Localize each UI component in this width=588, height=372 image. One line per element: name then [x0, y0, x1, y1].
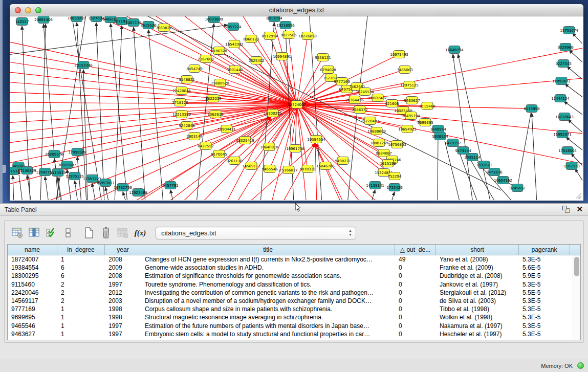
- graph-node[interactable]: 16210643: [555, 113, 574, 121]
- table-cell[interactable]: 0: [395, 297, 436, 305]
- column-header-title[interactable]: title: [141, 245, 395, 255]
- graph-node[interactable]: 18640910: [260, 143, 278, 151]
- table-cell[interactable]: 2: [57, 280, 105, 289]
- graph-node[interactable]: 20206576: [45, 150, 63, 158]
- column-header-short[interactable]: short: [436, 245, 519, 255]
- graph-edge[interactable]: [517, 108, 532, 188]
- table-row[interactable]: 977716911998Corpus callosum shape and si…: [8, 305, 573, 313]
- table-cell[interactable]: 0: [395, 313, 436, 321]
- table-cell[interactable]: 14569117: [8, 297, 57, 305]
- graph-node[interactable]: 7663822: [156, 24, 171, 32]
- graph-node[interactable]: 19218596: [276, 21, 295, 29]
- table-cell[interactable]: 9777169: [8, 305, 57, 313]
- graph-edge[interactable]: [573, 33, 582, 47]
- graph-node[interactable]: 2803144: [186, 133, 203, 140]
- graph-node[interactable]: 2935114: [464, 154, 481, 161]
- graph-node[interactable]: 9498221: [335, 157, 351, 165]
- citation-network-graph[interactable]: 1872400718300295193845541822605898275058…: [10, 16, 582, 200]
- column-header-name[interactable]: name: [8, 245, 57, 255]
- table-cell[interactable]: Structural magnetic resonance image aver…: [141, 313, 395, 321]
- graph-node[interactable]: 14135141: [366, 182, 384, 189]
- table-cell[interactable]: 1997: [105, 330, 141, 338]
- table-cell[interactable]: Disruption of a novel member of a sodium…: [141, 297, 395, 305]
- graph-node[interactable]: 10654162: [494, 177, 512, 184]
- graph-node[interactable]: 20153346: [74, 61, 93, 69]
- table-cell[interactable]: Investigating the contribution of common…: [141, 289, 395, 297]
- network-canvas[interactable]: 1872400718300295193845541822605898275058…: [10, 16, 582, 200]
- graph-node[interactable]: 7986372: [352, 106, 367, 114]
- table-cell[interactable]: 5.3E-5: [519, 313, 570, 321]
- graph-edge[interactable]: [134, 27, 145, 200]
- table-cell[interactable]: 1998: [105, 313, 141, 321]
- graph-node[interactable]: 10994891: [273, 53, 291, 60]
- graph-node[interactable]: 1733426: [386, 184, 403, 191]
- table-cell[interactable]: 9465546: [8, 322, 57, 330]
- table-cell[interactable]: 2012: [105, 289, 141, 297]
- graph-node[interactable]: 12444124: [551, 95, 570, 102]
- graph-node[interactable]: 8186328: [211, 47, 227, 55]
- column-header-pagerank[interactable]: pagerank: [519, 245, 570, 255]
- table-cell[interactable]: Changes of HCN gene expression and I(f) …: [141, 255, 395, 264]
- table-mode-button[interactable]: [10, 226, 25, 240]
- graph-node[interactable]: 1691442: [227, 66, 243, 74]
- table-cell[interactable]: 1997: [105, 322, 141, 330]
- graph-node[interactable]: 10973493: [390, 51, 408, 58]
- memory-indicator[interactable]: [577, 362, 584, 369]
- column-header-out_de[interactable]: △ out_de...: [395, 245, 436, 255]
- graph-node[interactable]: 16961758: [286, 145, 304, 152]
- graph-node[interactable]: 7625402: [248, 57, 264, 64]
- collapsed-panel-handle[interactable]: [3, 165, 6, 173]
- graph-node[interactable]: 15751074: [560, 27, 578, 34]
- graph-edge[interactable]: [297, 47, 582, 104]
- table-cell[interactable]: 9463627: [8, 330, 57, 338]
- delete-columns-button[interactable]: [99, 226, 113, 240]
- graph-node[interactable]: 12975125: [400, 81, 419, 89]
- graph-node[interactable]: 20891406: [34, 16, 53, 24]
- graph-node[interactable]: 22420046: [172, 87, 191, 95]
- show-columns-button[interactable]: [27, 226, 41, 240]
- table-cell[interactable]: 0: [395, 322, 436, 330]
- table-row[interactable]: 946362711997Embryonic stem cells: a mode…: [8, 330, 573, 338]
- graph-node[interactable]: 7615526: [140, 21, 157, 29]
- float-panel-icon[interactable]: [562, 205, 570, 213]
- graph-node[interactable]: 9827505: [280, 31, 296, 39]
- table-cell[interactable]: 2: [57, 289, 105, 297]
- column-header-year[interactable]: year: [105, 245, 141, 255]
- table-cell[interactable]: 49: [395, 255, 436, 264]
- graph-node[interactable]: 9465546: [262, 165, 278, 173]
- table-cell[interactable]: 5.3E-5: [519, 330, 570, 338]
- graph-edge[interactable]: [575, 169, 582, 185]
- table-cell[interactable]: 5.3E-5: [519, 280, 570, 289]
- table-cell[interactable]: 0: [395, 330, 436, 338]
- graph-node[interactable]: 9245652: [509, 184, 525, 192]
- table-cell[interactable]: Tourette syndrome. Phenomenology and cla…: [141, 280, 395, 289]
- table-row[interactable]: 1938455462009Genome-wide association stu…: [8, 264, 573, 272]
- graph-node[interactable]: 9457791: [162, 182, 178, 189]
- table-cell[interactable]: Estimation of significance thresholds fo…: [141, 272, 395, 280]
- graph-edge[interactable]: [10, 104, 297, 123]
- table-cell[interactable]: 5.6E-5: [519, 264, 570, 272]
- table-row[interactable]: 969969511998Structural magnetic resonanc…: [8, 313, 573, 321]
- graph-edge[interactable]: [315, 144, 363, 200]
- graph-node[interactable]: 1167533: [563, 162, 579, 170]
- function-builder-button[interactable]: f(x): [133, 226, 148, 240]
- graph-node[interactable]: 18226058: [298, 32, 317, 40]
- graph-node[interactable]: 9777169: [334, 78, 350, 85]
- graph-node[interactable]: 9242848: [179, 122, 194, 129]
- table-cell[interactable]: Dudbridge et al. (2008): [436, 272, 519, 280]
- table-cell[interactable]: 9699695: [8, 313, 57, 321]
- graph-node[interactable]: 7485063: [397, 66, 412, 74]
- table-cell[interactable]: Jankovic et al. (1997): [436, 280, 519, 289]
- table-cell[interactable]: 1: [57, 330, 105, 338]
- table-cell[interactable]: Nakamura et al. (1997): [436, 322, 519, 330]
- graph-node[interactable]: 8115958: [524, 105, 539, 113]
- table-cell[interactable]: 2009: [105, 264, 141, 272]
- table-cell[interactable]: Hescheler et al. (1997): [436, 330, 519, 338]
- delete-table-button[interactable]: [116, 226, 130, 240]
- table-cell[interactable]: Stergiakouli et al. (2012): [436, 289, 519, 297]
- graph-node[interactable]: 16782759: [114, 184, 132, 191]
- table-cell[interactable]: 6: [57, 272, 105, 280]
- graph-edge[interactable]: [315, 144, 317, 200]
- table-cell[interactable]: 0: [395, 264, 436, 272]
- graph-node[interactable]: 9558121: [315, 54, 331, 61]
